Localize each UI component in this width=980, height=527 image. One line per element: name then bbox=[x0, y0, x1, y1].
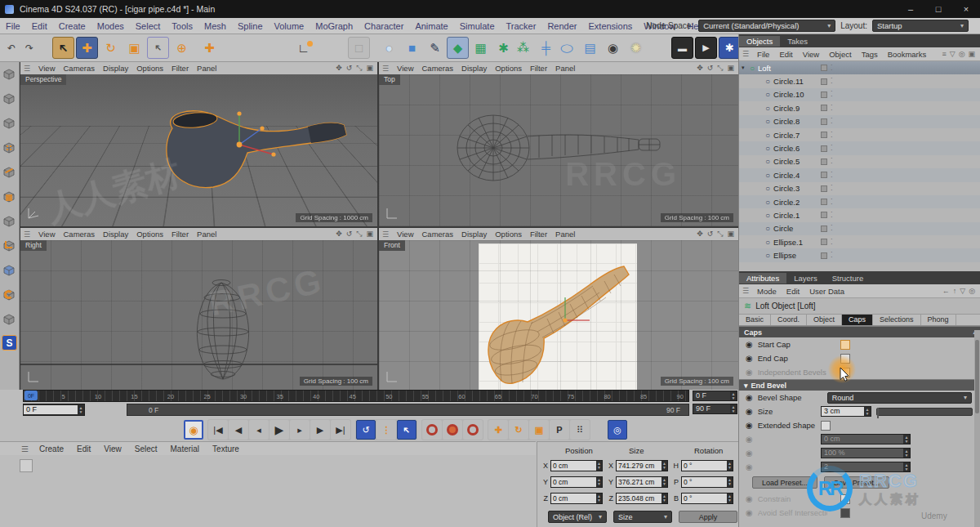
rotate-tool[interactable]: ↻ bbox=[100, 37, 122, 59]
menubar-item[interactable]: Select bbox=[130, 21, 167, 31]
play-mode-button[interactable]: ↺ bbox=[356, 420, 376, 440]
viewport-menu-item[interactable]: View bbox=[34, 230, 59, 239]
caps-section-header[interactable]: Caps▲ bbox=[739, 326, 980, 337]
goto-prev-key-button[interactable]: ◀ bbox=[229, 420, 248, 440]
spinner-icon[interactable]: ▲▼ bbox=[864, 408, 871, 416]
menubar-item[interactable]: Tracker bbox=[501, 21, 542, 31]
hamburger-icon[interactable]: ☰ bbox=[24, 230, 30, 239]
frame-rate-button[interactable]: ⋮ bbox=[376, 420, 396, 440]
attribute-scrollbar[interactable] bbox=[974, 330, 980, 527]
viewport-menu-item[interactable]: Filter bbox=[167, 64, 193, 73]
visibility-dots-icon[interactable]: ⁚ bbox=[831, 65, 834, 72]
coord-mode-dropdown[interactable]: Object (Rel)▾ bbox=[548, 511, 607, 523]
tab-structure[interactable]: Structure bbox=[825, 273, 871, 284]
selection-tool-dropdown[interactable]: ➔ bbox=[147, 37, 169, 59]
tab-attributes[interactable]: Attributes bbox=[739, 273, 786, 284]
attribute-toolbar-icon[interactable]: ◎ bbox=[969, 287, 975, 295]
menubar-item[interactable]: Animate bbox=[409, 21, 453, 31]
add-generator-button[interactable]: ◆ bbox=[447, 37, 469, 59]
size-y-field[interactable]: 376.271 cm▲▼ bbox=[616, 476, 668, 488]
viewport-front[interactable]: ☰ ViewCamerasDisplayOptionsFilterPanel ✥… bbox=[379, 228, 738, 390]
render-to-picture-viewer-button[interactable]: ▶ bbox=[695, 37, 717, 59]
menubar-item[interactable]: Modes bbox=[91, 21, 130, 31]
hamburger-icon[interactable]: ☰ bbox=[24, 65, 30, 73]
viewport-nav-icon[interactable]: ▣ bbox=[727, 230, 734, 239]
viewport-menu-item[interactable]: Panel bbox=[551, 64, 579, 73]
constrain-checkbox[interactable] bbox=[840, 494, 850, 504]
key-position-toggle[interactable]: ✚ bbox=[488, 420, 508, 440]
position-x-field[interactable]: 0 cm▲▼ bbox=[550, 460, 603, 471]
visibility-dots-icon[interactable]: ⁚ bbox=[831, 185, 834, 192]
solo-button[interactable]: ◎ bbox=[608, 420, 627, 440]
material-menu-item[interactable]: Material bbox=[164, 444, 207, 453]
goto-start-button[interactable]: |◀ bbox=[208, 420, 228, 440]
range-end-field[interactable]: 90 F▲▼ bbox=[693, 404, 737, 414]
layer-icon[interactable] bbox=[821, 172, 827, 178]
autokeying-button[interactable] bbox=[443, 420, 462, 440]
size-z-field[interactable]: 235.048 cm▲▼ bbox=[616, 493, 668, 504]
render-region-icon[interactable]: □ bbox=[348, 37, 370, 59]
key-parameter-toggle[interactable]: P bbox=[550, 420, 569, 440]
mode-icon[interactable] bbox=[0, 234, 18, 258]
layer-icon[interactable] bbox=[821, 145, 827, 152]
move-tool[interactable]: ✚ bbox=[76, 37, 98, 59]
tab-objects[interactable]: Objects bbox=[739, 36, 780, 47]
viewport-menu-item[interactable]: Panel bbox=[193, 64, 220, 73]
goto-next-frame-button[interactable]: ▸ bbox=[290, 420, 310, 440]
viewport-menu-item[interactable]: Display bbox=[99, 64, 132, 73]
tab-layers[interactable]: Layers bbox=[786, 273, 825, 284]
viewport-menu-item[interactable]: Cameras bbox=[60, 64, 100, 73]
mode-icon[interactable] bbox=[0, 209, 18, 234]
layer-icon[interactable] bbox=[821, 252, 827, 259]
param-knob-icon[interactable]: ◉ bbox=[746, 368, 753, 377]
material-slot[interactable] bbox=[20, 459, 33, 472]
size-mode-dropdown[interactable]: Size▾ bbox=[613, 511, 672, 523]
mode-icon[interactable] bbox=[0, 283, 18, 307]
layer-icon[interactable] bbox=[821, 199, 827, 205]
mode-icon[interactable] bbox=[0, 111, 18, 136]
rotation-p-field[interactable]: 0 °▲▼ bbox=[681, 476, 733, 488]
camera-button[interactable]: ◉ bbox=[602, 37, 624, 59]
object-row[interactable]: ○ Circle ⁚ bbox=[739, 222, 980, 235]
tab-takes[interactable]: Takes bbox=[780, 36, 815, 47]
tab-selections[interactable]: Selections bbox=[873, 315, 921, 325]
bevel-shape-dropdown[interactable]: Round▾ bbox=[827, 392, 972, 404]
viewport-menu-item[interactable]: Options bbox=[132, 230, 167, 239]
expand-arrow-icon[interactable]: ▾ bbox=[742, 65, 750, 71]
visibility-dots-icon[interactable]: ⁚ bbox=[831, 145, 834, 152]
viewport-nav-icon[interactable]: ↺ bbox=[707, 230, 714, 239]
menubar-item[interactable]: Tools bbox=[166, 21, 198, 31]
visibility-dots-icon[interactable]: ⁚ bbox=[831, 199, 834, 206]
attribute-menu-item[interactable]: Mode bbox=[752, 287, 782, 296]
object-row[interactable]: ○ Circle.11 ⁚ bbox=[739, 74, 980, 87]
layer-icon[interactable] bbox=[821, 65, 827, 71]
menubar-item[interactable]: Spline bbox=[232, 21, 269, 31]
goto-prev-frame-button[interactable]: ◂ bbox=[249, 420, 269, 440]
visibility-dots-icon[interactable]: ⁚ bbox=[831, 105, 834, 112]
size-field[interactable]: 3 cm▲▼ bbox=[821, 406, 871, 417]
viewport-nav-icon[interactable]: ▣ bbox=[366, 64, 373, 73]
viewport-nav-icon[interactable]: ↺ bbox=[346, 64, 353, 73]
attribute-toolbar-icon[interactable]: ▽ bbox=[960, 287, 965, 295]
undo-icon[interactable]: ↶ bbox=[4, 41, 19, 56]
menubar-item[interactable]: Extensions bbox=[582, 21, 638, 31]
save-preset-button[interactable]: Save Preset... bbox=[824, 476, 889, 489]
autokey-pointer-button[interactable]: ➔ bbox=[397, 420, 416, 440]
hamburger-icon[interactable]: ☰ bbox=[382, 230, 389, 239]
mograph-button[interactable]: ▤ bbox=[579, 37, 601, 59]
mode-icon[interactable] bbox=[0, 160, 18, 185]
viewport-canvas[interactable]: 人人素材 Grid Spacing : 1000 cm bbox=[20, 74, 377, 226]
menubar-item[interactable]: Edit bbox=[26, 21, 53, 31]
object-manager-toolbar-icon[interactable]: ≡ bbox=[942, 50, 946, 58]
object-manager-menu-item[interactable]: Tags bbox=[857, 50, 883, 59]
menubar-item[interactable]: Simulate bbox=[454, 21, 501, 31]
apply-button[interactable]: Apply bbox=[679, 511, 737, 523]
range-start-field[interactable]: 0 F▲▼ bbox=[693, 391, 737, 401]
visibility-dots-icon[interactable]: ⁚ bbox=[831, 239, 834, 246]
material-menu-item[interactable]: View bbox=[97, 444, 128, 453]
visibility-dots-icon[interactable]: ⁚ bbox=[831, 225, 834, 232]
viewport-canvas[interactable]: Grid Spacing : 100 cm bbox=[379, 240, 738, 390]
redo-icon[interactable]: ↷ bbox=[22, 41, 37, 56]
viewport-menu-item[interactable]: Options bbox=[491, 230, 526, 239]
attribute-menu-item[interactable]: User Data bbox=[804, 287, 849, 296]
